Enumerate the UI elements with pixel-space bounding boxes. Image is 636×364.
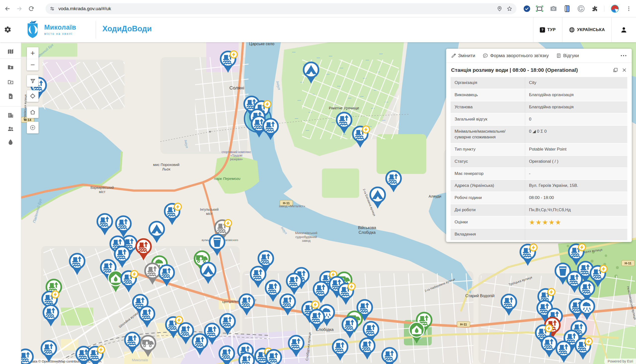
forward-icon[interactable] bbox=[14, 3, 25, 14]
sidebar-item-users[interactable] bbox=[7, 126, 14, 132]
filter-button[interactable] bbox=[27, 75, 38, 87]
filter-control bbox=[27, 75, 38, 87]
map-marker-pb[interactable] bbox=[518, 243, 538, 266]
address-bar[interactable]: voda.mkrada.gov.ua/#/uk bbox=[46, 3, 516, 14]
map-marker-p[interactable] bbox=[21, 348, 36, 364]
profile-avatar[interactable] bbox=[611, 5, 619, 13]
svg-text:Н-11: Н-11 bbox=[460, 322, 467, 326]
settings-gear-icon[interactable] bbox=[4, 26, 12, 33]
zoom-out-button[interactable]: − bbox=[27, 59, 38, 70]
home-control bbox=[27, 106, 38, 118]
map-marker-p[interactable] bbox=[190, 332, 211, 356]
map-marker-p[interactable] bbox=[236, 351, 258, 364]
sidebar-item-excel-export[interactable] bbox=[7, 93, 14, 100]
sidebar-item-water[interactable] bbox=[7, 139, 14, 145]
esri-attribution: Powered by Esri bbox=[605, 358, 636, 364]
close-icon[interactable] bbox=[622, 68, 627, 72]
attribute-label: Статус bbox=[450, 156, 525, 168]
bookmark-star-icon[interactable] bbox=[506, 6, 512, 12]
map-marker-p[interactable] bbox=[95, 212, 116, 236]
check-badge-icon[interactable] bbox=[522, 4, 531, 13]
map-marker-pb[interactable] bbox=[350, 125, 371, 148]
map-marker-p[interactable] bbox=[307, 308, 328, 332]
popup-title-bar: Станція розливу води | 08:00 - 18:00 (Op… bbox=[446, 63, 632, 76]
location-icon[interactable] bbox=[496, 6, 502, 12]
attribute-value: Potable Water Point bbox=[525, 144, 627, 155]
grammarly-icon[interactable] bbox=[576, 4, 586, 13]
edit-action[interactable]: Змінити bbox=[451, 53, 475, 58]
map-marker-t[interactable] bbox=[301, 61, 322, 84]
map-marker-p[interactable] bbox=[278, 293, 298, 316]
map-marker-pb[interactable] bbox=[336, 282, 357, 306]
feedback-form-action[interactable]: Форма зворотнього зв'язку bbox=[483, 53, 549, 58]
person-icon bbox=[620, 26, 628, 34]
attribute-value: Operational ( / ) bbox=[525, 156, 627, 168]
sidebar-item-upload[interactable] bbox=[7, 64, 14, 70]
reviews-doc-icon bbox=[556, 53, 561, 58]
map-marker-p[interactable] bbox=[39, 340, 60, 363]
users-icon bbox=[7, 126, 14, 132]
menu-kebab-icon[interactable] bbox=[624, 4, 633, 13]
map-marker-hd[interactable] bbox=[406, 321, 428, 344]
map-marker-pb[interactable] bbox=[85, 345, 106, 364]
left-sidebar bbox=[0, 42, 21, 364]
map-marker-p[interactable] bbox=[67, 252, 88, 276]
sidebar-item-organizations[interactable] bbox=[7, 112, 14, 118]
map-marker-t[interactable] bbox=[368, 186, 388, 210]
map-marker-pb[interactable] bbox=[573, 337, 594, 360]
back-icon[interactable] bbox=[2, 3, 13, 14]
app-header: Миколаїв місто на хвилі ХодиДоВоди ? ТУР… bbox=[0, 18, 636, 42]
attribute-row: ВиконавецьБлагодійна організація bbox=[450, 89, 627, 101]
sidebar-divider bbox=[0, 106, 21, 106]
map-marker-p[interactable] bbox=[137, 305, 158, 328]
tour-button[interactable]: ? ТУР bbox=[533, 18, 562, 42]
rating-stars: ★★★★★ bbox=[525, 216, 627, 228]
sidebar-item-map[interactable] bbox=[7, 48, 14, 55]
map-label: Старий Водопій bbox=[465, 294, 494, 298]
tune-icon[interactable] bbox=[50, 6, 55, 12]
extensions-icon[interactable] bbox=[590, 4, 599, 13]
map-marker-p[interactable] bbox=[357, 337, 378, 360]
device-icon[interactable] bbox=[563, 4, 572, 13]
map-marker-p[interactable] bbox=[284, 272, 305, 296]
map-marker-p[interactable] bbox=[217, 344, 238, 364]
map-marker-p[interactable] bbox=[286, 334, 307, 358]
map-marker-pb[interactable] bbox=[218, 50, 239, 74]
water-drop-icon bbox=[7, 139, 14, 145]
map-marker-p[interactable] bbox=[330, 338, 351, 362]
account-button[interactable] bbox=[612, 18, 636, 42]
map-marker-pb[interactable] bbox=[118, 270, 140, 293]
map-marker-p[interactable] bbox=[499, 293, 520, 316]
map-marker-p[interactable] bbox=[554, 340, 574, 364]
map-marker-p[interactable] bbox=[340, 316, 360, 339]
attribute-row: Мінімальне/максимальне/сумарне споживанн… bbox=[450, 126, 627, 144]
city-logo[interactable]: Миколаїв місто на хвилі bbox=[25, 20, 76, 39]
map-marker-p[interactable] bbox=[41, 304, 62, 327]
map-marker-t[interactable] bbox=[198, 261, 219, 285]
map-marker-p[interactable] bbox=[156, 264, 178, 287]
add-feature-button[interactable] bbox=[27, 122, 38, 134]
map-marker-shb[interactable] bbox=[577, 298, 598, 321]
camera-icon[interactable] bbox=[549, 4, 558, 13]
map-marker-p[interactable] bbox=[264, 348, 284, 364]
home-button[interactable] bbox=[27, 106, 38, 118]
map-marker-trg[interactable] bbox=[138, 334, 159, 358]
popup-title: Станція розливу води | 08:00 - 18:00 (Op… bbox=[451, 67, 609, 73]
logo-title: Миколаїв bbox=[44, 24, 76, 31]
map-marker-p[interactable] bbox=[260, 117, 281, 141]
zoom-in-button[interactable]: + bbox=[27, 47, 38, 59]
attribute-label: Має генератор bbox=[450, 168, 525, 180]
map-marker-p[interactable] bbox=[380, 346, 400, 364]
screen-capture-icon[interactable] bbox=[535, 4, 544, 13]
building-icon bbox=[7, 112, 14, 118]
map-marker-p[interactable] bbox=[236, 293, 258, 316]
more-options-icon[interactable] bbox=[620, 55, 627, 57]
reload-icon[interactable] bbox=[26, 3, 37, 14]
reviews-action[interactable]: Відгуки bbox=[556, 53, 579, 58]
sidebar-item-download[interactable] bbox=[7, 79, 14, 86]
locate-button[interactable] bbox=[27, 90, 38, 102]
dock-icon[interactable] bbox=[613, 68, 618, 72]
attribute-label: Вкладення bbox=[450, 228, 525, 240]
url-text[interactable]: voda.mkrada.gov.ua/#/uk bbox=[58, 6, 496, 12]
language-button[interactable]: УКРАЇНСЬКА bbox=[562, 18, 612, 42]
